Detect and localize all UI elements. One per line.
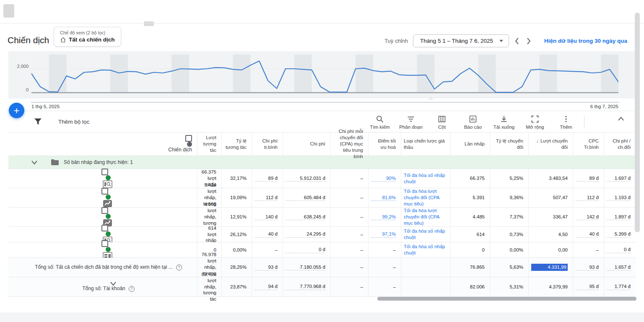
chevron-down-icon[interactable]	[110, 282, 116, 286]
row-checkbox[interactable]	[101, 240, 108, 247]
column-header-12[interactable]: Chi phí / ch.đổi	[604, 132, 636, 156]
toolbar-actions: Tìm kiếmPhân đoạnCộtBáo cáoTải xuốngMở r…	[364, 111, 590, 133]
column-header-10[interactable]: ↓Lượt chuyển đổi	[528, 132, 573, 156]
cell-value: –	[371, 264, 396, 270]
help-icon[interactable]: ?	[129, 286, 135, 292]
cell-value[interactable]: Tối đa hóa số nhấp chuột	[404, 244, 445, 256]
segment-icon	[407, 115, 415, 123]
next-period-button[interactable]	[525, 38, 532, 44]
thêm-action[interactable]: Thêm	[551, 115, 582, 130]
metric-cell: 24.295 đ	[283, 227, 330, 242]
column-header-label: Điểm tối ưu hoá	[371, 138, 396, 151]
cell-value: 112 đ	[576, 195, 599, 201]
select-all-checkbox[interactable]	[185, 135, 192, 142]
show-last-30-days-link[interactable]: Hiện dữ liệu trong 30 ngày qua	[544, 38, 627, 44]
cell-value[interactable]: 99,2%	[371, 214, 396, 221]
view-selector[interactable]: Chế độ xem (2 bộ lọc) Tất cả chiến dịch	[54, 27, 121, 47]
bid-strategy-link[interactable]: Tối đa hóa lượt chuyển đổi (CPA mục tiêu…	[401, 208, 450, 226]
phân-đoạn-action[interactable]: Phân đoạn	[395, 115, 426, 130]
báo-cáo-action[interactable]: Báo cáo	[457, 115, 488, 130]
cell-value: 5.399 đ	[607, 231, 631, 238]
campaign-status-dot[interactable]	[106, 195, 111, 200]
row-checkbox[interactable]	[101, 225, 108, 231]
mở-rộng-action[interactable]: Mở rộng	[519, 115, 551, 130]
drafts-group-row[interactable]: Số bản nháp đang thực hiện: 1	[8, 156, 636, 169]
column-header-8[interactable]: Lần nhấp	[450, 132, 490, 156]
column-header-2[interactable]: Tỷ lệ tương tác	[221, 132, 252, 156]
column-header-9[interactable]: Tỷ lệ chuyển đổi	[490, 132, 528, 156]
chart-resize-handle-icon[interactable]: ∙∶∙	[428, 96, 433, 101]
cell-value[interactable]: 97,1%	[371, 231, 396, 238]
pmax-campaign-icon	[103, 200, 112, 208]
column-header-6[interactable]: Điểm tối ưu hoá	[368, 132, 401, 156]
optimization-score-link[interactable]: 90%	[368, 169, 401, 188]
row-checkbox[interactable]	[101, 188, 108, 195]
metric-cell: 89 đ	[573, 169, 604, 188]
chart-timeline-slider[interactable]	[31, 102, 618, 103]
optimization-score-link[interactable]: 99,2%	[368, 208, 401, 226]
cell-value: 94 đ	[254, 283, 278, 290]
total-metric-cell: 1.774 đ	[604, 277, 636, 296]
column-header-1[interactable]: Lượt tương tác	[197, 132, 221, 156]
row-checkbox[interactable]	[101, 207, 108, 214]
column-header-5[interactable]: Chi phí mỗi chuyển đổi (CPA) mục tiêu tr…	[330, 132, 368, 156]
cell-value[interactable]: Tối đa hóa lượt chuyển đổi (CPA mục tiêu…	[404, 188, 445, 207]
add-filter-button[interactable]: Thêm bộ lọc	[34, 118, 89, 125]
cell-value: 9,36%	[493, 195, 523, 201]
table-toolbar: Thêm bộ lọc Tìm kiếmPhân đoạnCộtBáo cáoT…	[8, 111, 636, 132]
column-header-11[interactable]: CPC Tr.bình	[573, 132, 604, 156]
metric-cell: 40 đ	[573, 227, 604, 242]
prev-period-button[interactable]	[513, 38, 521, 44]
cell-value: 0 đ	[286, 247, 325, 253]
cell-value: 82.006	[453, 284, 485, 290]
column-header-label: CPC Tr.bình	[576, 138, 599, 151]
optimization-score-link[interactable]: 81,6%	[368, 188, 401, 207]
cell-value[interactable]: Tối đa hóa số nhấp chuột	[404, 172, 445, 185]
column-header-4[interactable]: Chi phí	[283, 132, 330, 156]
bid-strategy-link[interactable]: Tối đa hóa số nhấp chuột	[401, 242, 450, 257]
tải-xuống-action[interactable]: Tải xuống	[488, 115, 519, 130]
campaign-status-dot[interactable]	[106, 247, 111, 252]
cell-value: 89 đ	[254, 175, 278, 182]
totals-label-cell: Tổng số: Tài khoản?	[8, 277, 197, 296]
cell-value: 7.770.968 đ	[286, 283, 325, 290]
chevron-down-icon[interactable]	[31, 161, 37, 164]
optimization-score-link[interactable]: 97,1%	[368, 227, 401, 242]
bid-strategy-link[interactable]: Tối đa hóa số nhấp chuột	[401, 227, 450, 242]
cell-value[interactable]: Tối đa hóa lượt chuyển đổi (CPA mục tiêu…	[404, 208, 445, 226]
column-header-label: Tỷ lệ chuyển đổi	[493, 138, 523, 151]
date-range-value: Tháng 5 1 – Tháng 7 6, 2025	[420, 38, 493, 44]
metric-cell: 0 đ	[283, 242, 330, 257]
cell-value: 12,91%	[224, 214, 247, 220]
toolbar-action-label: Mở rộng	[526, 125, 544, 130]
campaign-status-dot[interactable]	[106, 175, 111, 180]
column-header-3[interactable]: Chi phí tr.bình	[252, 132, 283, 156]
cell-value[interactable]: 90%	[371, 175, 396, 182]
horizontal-scrollbar[interactable]	[377, 297, 636, 301]
metric-cell: 5.912.031 đ	[283, 169, 330, 188]
bid-strategy-link[interactable]: Tối đa hóa lượt chuyển đổi (CPA mục tiêu…	[401, 188, 450, 207]
cell-value: 605.484 đ	[286, 195, 325, 201]
campaign-column-header[interactable]: Chiến dịch	[168, 147, 192, 153]
bid-strategy-link[interactable]: Tối đa hóa số nhấp chuột	[401, 169, 450, 188]
cột-action[interactable]: Cột	[426, 115, 457, 130]
collapse-table-button[interactable]	[618, 117, 624, 121]
cell-value: 82.426 lượt nhấp, tương tác	[200, 271, 216, 303]
campaign-row: 4.565 lượt nhấp, tương tác12,91%140 đ638…	[8, 208, 636, 227]
cell-value[interactable]: Tối đa hóa số nhấp chuột	[404, 228, 445, 241]
new-campaign-button[interactable]: +	[9, 103, 24, 118]
help-icon[interactable]: ?	[176, 265, 182, 270]
cell-value[interactable]: 81,6%	[371, 195, 396, 201]
cell-value: –	[371, 284, 396, 290]
column-header-7[interactable]: Loại chiến lược giá thầu	[401, 132, 450, 156]
date-range-selector[interactable]: Tháng 5 1 – Tháng 7 6, 2025	[413, 34, 509, 47]
campaign-status-dot[interactable]	[106, 231, 111, 236]
vertical-scrollbar[interactable]	[635, 13, 640, 232]
tìm-kiếm-action[interactable]: Tìm kiếm	[364, 115, 395, 130]
cell-value: –	[333, 195, 363, 201]
row-checkbox[interactable]	[101, 169, 108, 175]
cell-value: 26,12%	[224, 231, 247, 238]
cell-value: 4,50	[531, 231, 568, 238]
status-filter-dot[interactable]	[187, 142, 192, 147]
campaign-status-dot[interactable]	[106, 214, 111, 219]
